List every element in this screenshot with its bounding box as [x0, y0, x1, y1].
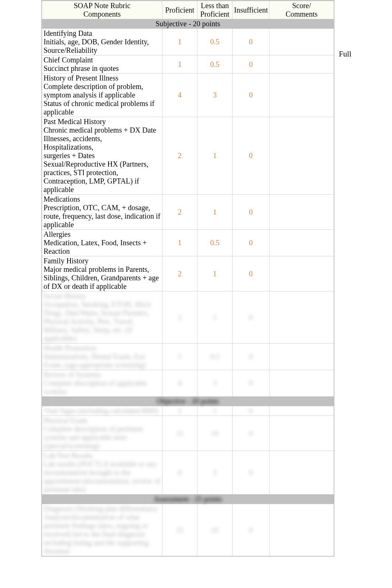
- insufficient-cell-value: 0: [249, 313, 253, 322]
- component-title: Allergies: [44, 230, 71, 239]
- rubric-table: SOAP Note Rubric Components Proficient L…: [41, 0, 334, 557]
- less-proficient-cell-value: 3: [213, 91, 217, 99]
- proficient-cell: 12: [162, 416, 197, 451]
- proficient-cell-value: 2: [178, 151, 182, 160]
- header-insufficient: Insufficient: [232, 1, 269, 19]
- less-proficient-cell-value: 1: [213, 313, 217, 322]
- insufficient-cell: 0: [232, 451, 269, 494]
- header-less-l1: Less than: [199, 1, 231, 10]
- less-proficient-cell: 0.5: [197, 29, 232, 55]
- component-desc: Sexual/Reproductive HX (Partners, practi…: [44, 160, 161, 194]
- component-desc: Succinct phrase in quotes: [44, 64, 119, 73]
- insufficient-cell: 0: [232, 256, 269, 291]
- less-proficient-cell: 3: [197, 74, 232, 117]
- proficient-cell: 1: [162, 55, 197, 73]
- less-proficient-cell: 0.5: [197, 230, 232, 256]
- component-cell: Social HistoryOccupation, Smoking, ETOH,…: [42, 291, 162, 343]
- component-title: Medications: [44, 195, 80, 204]
- component-desc: Complete description of pertinent system…: [44, 425, 161, 450]
- component-cell: Vital Signs (including calculated BMI): [42, 406, 162, 416]
- proficient-cell: 1: [162, 230, 197, 256]
- insufficient-cell: 0: [232, 230, 269, 256]
- insufficient-cell-value: 0: [249, 468, 253, 477]
- component-title: Physical Exam: [44, 416, 87, 425]
- component-title: Lab/Test Results: [44, 451, 93, 460]
- insufficient-cell: 0: [232, 195, 269, 229]
- proficient-cell: 6: [162, 451, 197, 494]
- score-cell: [269, 74, 334, 117]
- table-row: Vital Signs (including calculated BMI)21…: [42, 406, 334, 416]
- less-proficient-cell: 10: [197, 416, 232, 451]
- table-row: MedicationsPrescription, OTC, CAM, + dos…: [42, 194, 334, 229]
- component-cell: Review of SystemsComplete description of…: [42, 370, 162, 396]
- insufficient-cell-value: 0: [249, 38, 253, 46]
- less-proficient-cell-value: 1: [213, 407, 217, 415]
- table-row: Chief ComplaintSuccinct phrase in quotes…: [42, 55, 334, 73]
- score-cell: [269, 55, 334, 73]
- less-proficient-cell-value: 1: [213, 151, 217, 160]
- less-proficient-cell: 1: [197, 291, 232, 343]
- component-cell: Past Medical HistoryChronic medical prob…: [42, 117, 162, 194]
- component-desc: Complete description of applicable syste…: [44, 379, 161, 396]
- component-cell: Physical ExamComplete description of per…: [42, 416, 162, 451]
- proficient-cell-value: 4: [178, 379, 182, 387]
- less-proficient-cell: 1: [197, 195, 232, 229]
- insufficient-cell: 0: [232, 343, 269, 370]
- insufficient-cell: 0: [232, 416, 269, 451]
- component-desc: Hospitalizations,: [44, 143, 93, 151]
- insufficient-cell-value: 0: [249, 60, 253, 69]
- table-row: Diagnosis (Working plus differentials)An…: [42, 504, 334, 556]
- proficient-cell: 2: [162, 117, 197, 194]
- header-proficient: Proficient: [162, 1, 197, 19]
- insufficient-cell: 0: [232, 29, 269, 55]
- component-desc: Chronic medical problems + DX Date: [44, 126, 156, 134]
- proficient-cell: 15: [162, 504, 197, 556]
- section-header: Subjective - 20 points: [42, 19, 334, 28]
- proficient-cell-value: 2: [178, 208, 182, 216]
- proficient-cell: 2: [162, 291, 197, 343]
- table-row: Health PromotionImmunizations, Dental Ex…: [42, 343, 334, 370]
- score-cell: [269, 416, 334, 451]
- header-less-proficient: Less than Proficient: [197, 1, 232, 19]
- proficient-cell: 4: [162, 74, 197, 117]
- less-proficient-cell: 0.5: [197, 55, 232, 73]
- less-proficient-cell: 1: [197, 117, 232, 194]
- proficient-cell-value: 2: [178, 313, 182, 322]
- component-desc: Prescription, OTC, CAM, + dosage, route,…: [44, 204, 161, 229]
- score-cell: [269, 256, 334, 291]
- insufficient-cell: 0: [232, 504, 269, 556]
- header-score: Score/ Comments: [269, 1, 334, 19]
- insufficient-cell-value: 0: [249, 239, 253, 247]
- header-components: SOAP Note Rubric Components: [42, 1, 162, 19]
- component-title: Health Promotion: [44, 344, 96, 352]
- score-cell: [269, 291, 334, 343]
- score-cell: [269, 343, 334, 370]
- table-row: Identifying DataInitials, age, DOB, Gend…: [42, 28, 334, 55]
- proficient-cell: 2: [162, 195, 197, 229]
- component-title: History of Present Illness: [44, 74, 118, 82]
- score-cell: [269, 451, 334, 494]
- section-header: Objective - 20 points: [42, 396, 334, 406]
- score-cell: [269, 230, 334, 256]
- section-header: Assessment - 25 points: [42, 494, 334, 504]
- less-proficient-cell-value: 0.5: [210, 352, 220, 361]
- component-desc: Initials, age, DOB, Gender Identity, Sou…: [44, 38, 161, 55]
- proficient-cell-value: 4: [178, 91, 182, 99]
- component-desc: surgeries + Dates: [44, 151, 95, 160]
- score-cell: [269, 29, 334, 55]
- proficient-cell: 2: [162, 256, 197, 291]
- section-title: Assessment - 25 points: [42, 495, 334, 504]
- insufficient-cell: 0: [232, 117, 269, 194]
- table-row: History of Present IllnessComplete descr…: [42, 73, 334, 117]
- component-title: Vital Signs (including calculated BMI): [44, 407, 158, 415]
- component-cell: AllergiesMedication, Latex, Food, Insect…: [42, 230, 162, 256]
- score-cell: [269, 406, 334, 416]
- insufficient-cell: 0: [232, 370, 269, 396]
- less-proficient-cell: 1: [197, 406, 232, 416]
- proficient-cell-value: 6: [178, 468, 182, 477]
- proficient-cell-value: 2: [178, 407, 182, 415]
- table-row: Past Medical HistoryChronic medical prob…: [42, 117, 334, 194]
- side-label: Full: [339, 49, 351, 59]
- component-desc: Illnesses, accidents,: [44, 134, 102, 143]
- less-proficient-cell-value: 1: [213, 208, 217, 216]
